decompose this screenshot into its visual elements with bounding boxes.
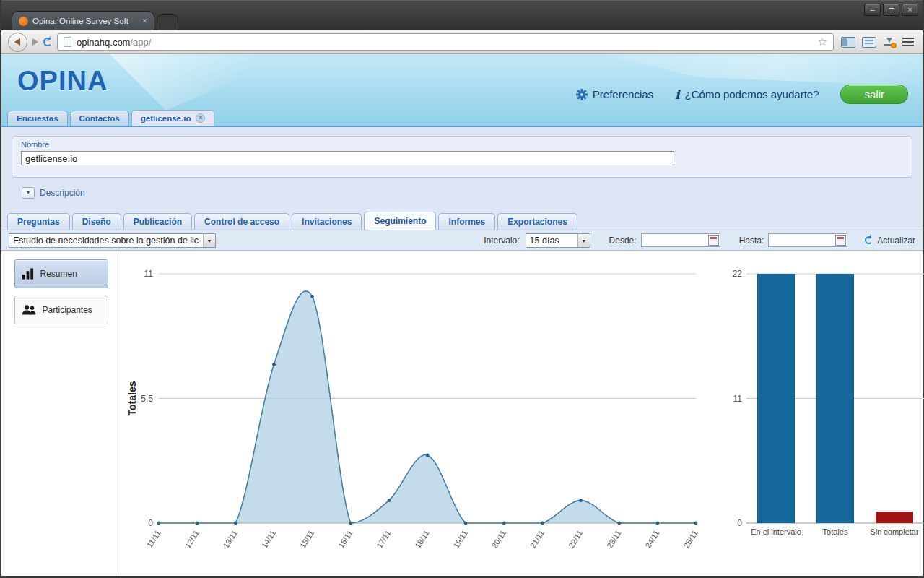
update-button[interactable]: Actualizar xyxy=(865,236,915,246)
tab-publicacion[interactable]: Publicación xyxy=(123,213,192,230)
tab-getlicense[interactable]: getlicense.io× xyxy=(131,110,215,126)
sidebar: Resumen Participantes xyxy=(1,251,121,576)
window-controls: – × xyxy=(864,4,918,16)
svg-text:25/11: 25/11 xyxy=(681,529,699,550)
close-survey-tab-icon[interactable]: × xyxy=(196,113,205,123)
reload-button[interactable] xyxy=(43,38,52,46)
page-icon xyxy=(64,37,71,47)
svg-text:15/11: 15/11 xyxy=(298,529,315,550)
dropdown-arrow-icon[interactable]: ▼ xyxy=(203,234,215,247)
description-label: Descripción xyxy=(40,188,85,198)
main-content: Resumen Participantes 05.51111/1112/1113… xyxy=(1,251,923,576)
browser-tab[interactable]: Opina: Online Survey Soft × xyxy=(12,11,154,30)
svg-text:5.5: 5.5 xyxy=(141,394,153,404)
svg-text:22/11: 22/11 xyxy=(567,529,584,550)
to-label: Hasta: xyxy=(739,236,764,246)
interval-label: Intervalo: xyxy=(484,236,519,246)
survey-name-input[interactable] xyxy=(21,151,674,165)
name-label: Nombre xyxy=(21,140,903,149)
calendar-icon[interactable] xyxy=(708,235,719,246)
sidebar-panel-icon[interactable] xyxy=(841,37,855,48)
svg-text:21/11: 21/11 xyxy=(528,529,546,550)
calendar-icon[interactable] xyxy=(835,235,846,246)
tab-diseno[interactable]: Diseño xyxy=(72,213,121,230)
bookmark-star-icon[interactable]: ☆ xyxy=(818,35,827,48)
svg-text:0: 0 xyxy=(148,518,153,528)
svg-text:13/11: 13/11 xyxy=(222,529,239,550)
url-bar[interactable]: opinahq.com/app/ ☆ xyxy=(57,33,834,51)
tab-encuestas[interactable]: Encuestas xyxy=(7,111,68,126)
interval-select[interactable]: 15 días ▼ xyxy=(526,233,590,248)
filter-toolbar: Estudio de necesidades sobre la gestión … xyxy=(1,230,923,251)
study-select-value: Estudio de necesidades sobre la gestión … xyxy=(9,234,203,247)
svg-text:En el intervalo: En el intervalo xyxy=(751,527,801,536)
svg-text:18/11: 18/11 xyxy=(413,529,430,550)
tab-label: Contactos xyxy=(79,114,120,123)
tab-exportaciones[interactable]: Exportaciones xyxy=(497,213,578,230)
navigation-toolbar: opinahq.com/app/ ☆ xyxy=(1,30,923,54)
description-collapse-button[interactable]: ▼ xyxy=(22,187,35,199)
study-select[interactable]: Estudio de necesidades sobre la gestión … xyxy=(9,233,216,248)
totals-bar-chart: 01122En el intervaloTotalesSin completar xyxy=(720,259,924,570)
info-icon: i xyxy=(675,87,679,102)
forward-button[interactable] xyxy=(32,38,38,46)
toolbar-icons xyxy=(839,37,916,48)
opina-logo: OPINA xyxy=(17,66,108,97)
svg-text:22: 22 xyxy=(733,269,743,279)
svg-text:Totales: Totales xyxy=(823,527,848,536)
close-button[interactable]: × xyxy=(902,4,918,16)
help-label: ¿Cómo podemos ayudarte? xyxy=(685,88,819,100)
maximize-button[interactable] xyxy=(883,4,899,16)
sidebar-item-label: Resumen xyxy=(40,269,77,279)
sidebar-item-resumen[interactable]: Resumen xyxy=(14,259,108,288)
tab-informes[interactable]: Informes xyxy=(438,213,495,230)
library-icon[interactable] xyxy=(862,37,876,48)
downloads-icon[interactable] xyxy=(883,37,896,48)
new-tab-button[interactable] xyxy=(157,14,178,30)
app-header: OPINA Preferencias i ¿Cómo podemos ayuda… xyxy=(1,54,923,126)
svg-text:19/11: 19/11 xyxy=(452,529,469,550)
preferences-link[interactable]: Preferencias xyxy=(576,88,653,100)
logout-button[interactable]: salir xyxy=(840,85,908,104)
browser-window: Opina: Online Survey Soft × – × opinahq.… xyxy=(0,0,924,578)
tab-control-de-acceso[interactable]: Control de acceso xyxy=(194,213,289,230)
bar-chart-icon xyxy=(22,268,34,280)
refresh-icon xyxy=(865,236,873,244)
maximize-icon xyxy=(889,8,894,12)
download-arrow-icon xyxy=(886,38,892,43)
tab-label: getlicense.io xyxy=(141,114,191,123)
menu-hamburger-icon[interactable] xyxy=(902,38,914,46)
tab-contactos[interactable]: Contactos xyxy=(70,111,129,126)
url-host: opinahq.com xyxy=(77,37,130,48)
favicon-icon xyxy=(19,17,28,26)
to-date-wrap xyxy=(768,233,847,247)
titlebar: Opina: Online Survey Soft × – × xyxy=(1,0,923,30)
interval-select-value: 15 días xyxy=(526,234,578,247)
dropdown-arrow-icon[interactable]: ▼ xyxy=(578,234,590,247)
svg-text:12/11: 12/11 xyxy=(183,529,201,550)
sidebar-item-label: Participantes xyxy=(43,305,92,315)
tab-invitaciones[interactable]: Invitaciones xyxy=(292,213,362,230)
help-link[interactable]: i ¿Cómo podemos ayudarte? xyxy=(675,87,819,102)
preferences-label: Preferencias xyxy=(593,88,653,100)
svg-text:11/11: 11/11 xyxy=(145,529,162,549)
gear-icon xyxy=(576,89,588,100)
svg-text:14/11: 14/11 xyxy=(260,529,277,550)
svg-text:Totales: Totales xyxy=(126,381,138,415)
app-tab-bar: Encuestas Contactos getlicense.io× xyxy=(7,110,214,126)
svg-text:11: 11 xyxy=(733,394,743,404)
survey-meta-section: Nombre ▼ Descripción xyxy=(1,127,923,208)
svg-text:20/11: 20/11 xyxy=(490,529,507,550)
tab-preguntas[interactable]: Preguntas xyxy=(7,213,70,230)
people-icon xyxy=(22,305,36,315)
sidebar-item-participantes[interactable]: Participantes xyxy=(14,296,108,324)
back-button[interactable] xyxy=(8,33,27,52)
tab-close-icon[interactable]: × xyxy=(142,16,147,26)
header-actions: Preferencias i ¿Cómo podemos ayudarte? s… xyxy=(576,85,908,104)
url-text: opinahq.com/app/ xyxy=(77,37,151,48)
svg-text:16/11: 16/11 xyxy=(336,529,354,550)
tab-label: Encuestas xyxy=(17,114,58,123)
svg-text:0: 0 xyxy=(737,518,742,528)
tab-seguimiento[interactable]: Seguimiento xyxy=(364,212,436,230)
minimize-button[interactable]: – xyxy=(864,4,881,16)
